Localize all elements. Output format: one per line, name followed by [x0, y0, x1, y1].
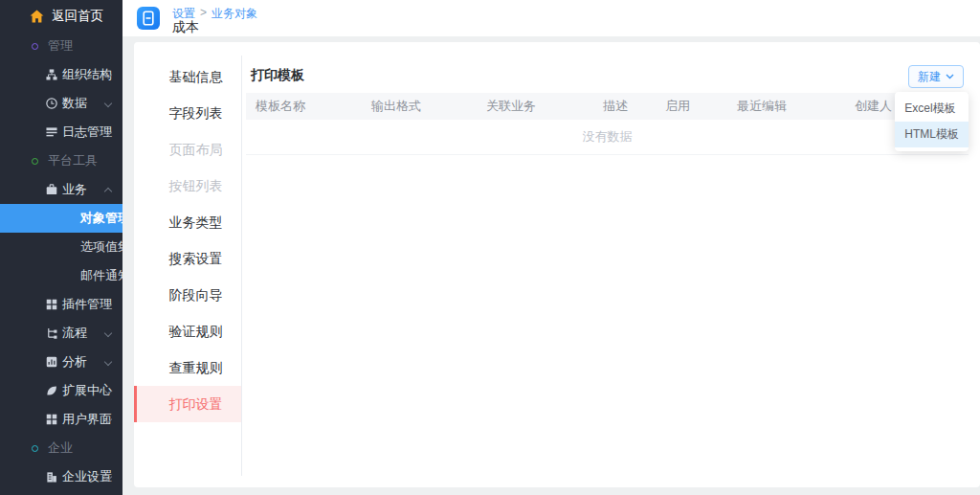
extension-leaf-icon	[46, 385, 57, 396]
settings-tab-list: 基础信息 字段列表 页面布局 按钮列表 业务类型 搜索设置 阶段向导 验证规则 …	[134, 42, 242, 487]
tab-stage-wizard[interactable]: 阶段向导	[134, 277, 242, 313]
breadcrumb-business-object[interactable]: 业务对象	[212, 6, 257, 22]
tab-validation-rules[interactable]: 验证规则	[134, 313, 242, 349]
sidebar-section-management[interactable]: 管理	[0, 32, 122, 60]
org-structure-icon	[46, 69, 57, 80]
workflow-icon	[46, 327, 57, 339]
tab-print-settings[interactable]: 打印设置	[134, 386, 242, 422]
table-header-row: 模板名称 输出格式 关联业务 描述 启用 最近编辑 创建人	[246, 93, 969, 120]
new-button[interactable]: 新建	[908, 65, 964, 88]
management-ring-icon	[32, 43, 38, 50]
column-description: 描述	[593, 98, 656, 115]
ui-grid-icon	[46, 414, 57, 425]
sidebar-item-object-management[interactable]: 对象管理	[0, 204, 122, 233]
sidebar-item-business[interactable]: 业务	[0, 175, 122, 204]
page-title: 成本	[172, 19, 199, 36]
column-last-edited: 最近编辑	[727, 98, 845, 115]
tab-dedup-rules[interactable]: 查重规则	[134, 349, 242, 386]
chevron-down-icon	[104, 329, 112, 337]
home-icon	[30, 10, 44, 23]
sidebar-item-option-sets[interactable]: 选项值集	[0, 233, 122, 261]
briefcase-icon	[46, 184, 57, 195]
sidebar-item-org-structure[interactable]: 组织结构	[0, 60, 122, 89]
tab-search-settings[interactable]: 搜索设置	[134, 240, 242, 277]
sidebar-section-enterprise[interactable]: 企业	[0, 434, 122, 462]
tab-basic-info[interactable]: 基础信息	[134, 58, 242, 95]
main-card: 基础信息 字段列表 页面布局 按钮列表 业务类型 搜索设置 阶段向导 验证规则 …	[134, 42, 980, 487]
tab-business-type[interactable]: 业务类型	[134, 204, 242, 240]
column-enabled: 启用	[656, 98, 727, 115]
menu-item-html-template[interactable]: HTML模板	[895, 122, 969, 147]
plugin-grid-icon	[46, 299, 57, 310]
enterprise-ring-icon	[32, 445, 38, 452]
sidebar-item-user-interface[interactable]: 用户界面	[0, 405, 122, 434]
breadcrumb-separator: >	[200, 6, 207, 22]
section-title: 打印模板	[251, 67, 304, 84]
back-to-home-label: 返回首页	[52, 8, 103, 25]
tab-button-list[interactable]: 按钮列表	[134, 168, 242, 204]
building-icon	[46, 471, 57, 483]
analysis-chart-icon	[46, 356, 57, 368]
back-to-home[interactable]: 返回首页	[0, 0, 122, 32]
main-sidebar: 返回首页 管理 组织结构 数据 日志管理 平台工具	[0, 0, 122, 495]
empty-text: 没有数据	[583, 128, 633, 146]
sidebar-item-workflow[interactable]: 流程	[0, 319, 122, 348]
sidebar-item-extension-center[interactable]: 扩展中心	[0, 376, 122, 405]
tab-page-layout[interactable]: 页面布局	[134, 131, 242, 168]
sidebar-item-log-management[interactable]: 日志管理	[0, 118, 122, 146]
table-empty-state: 没有数据	[246, 120, 969, 155]
app-icon	[137, 7, 160, 30]
column-output-format: 输出格式	[362, 98, 477, 115]
log-list-icon	[46, 126, 57, 138]
new-button-label: 新建	[918, 69, 941, 85]
sidebar-item-plugin-management[interactable]: 插件管理	[0, 290, 122, 319]
menu-item-excel-template[interactable]: Excel模板	[895, 96, 969, 122]
sidebar-item-email-notification[interactable]: 邮件通知	[0, 261, 122, 290]
sidebar-item-enterprise-settings[interactable]: 企业设置	[0, 462, 122, 491]
clock-icon	[46, 98, 57, 109]
platform-tools-ring-icon	[32, 158, 38, 165]
sidebar-item-analysis[interactable]: 分析	[0, 348, 122, 376]
sidebar-item-data[interactable]: 数据	[0, 89, 122, 118]
chevron-down-icon	[946, 74, 954, 79]
clipboard-icon	[142, 11, 155, 26]
chevron-down-icon	[104, 358, 112, 366]
chevron-down-icon	[104, 100, 112, 107]
chevron-up-icon	[104, 188, 112, 195]
column-related-business: 关联业务	[477, 98, 593, 115]
column-template-name: 模板名称	[246, 98, 362, 115]
new-template-dropdown: Excel模板 HTML模板	[895, 92, 969, 151]
top-header: 设置 > 业务对象 成本	[122, 0, 980, 36]
tab-field-list[interactable]: 字段列表	[134, 95, 242, 131]
sidebar-section-platform-tools[interactable]: 平台工具	[0, 146, 122, 175]
